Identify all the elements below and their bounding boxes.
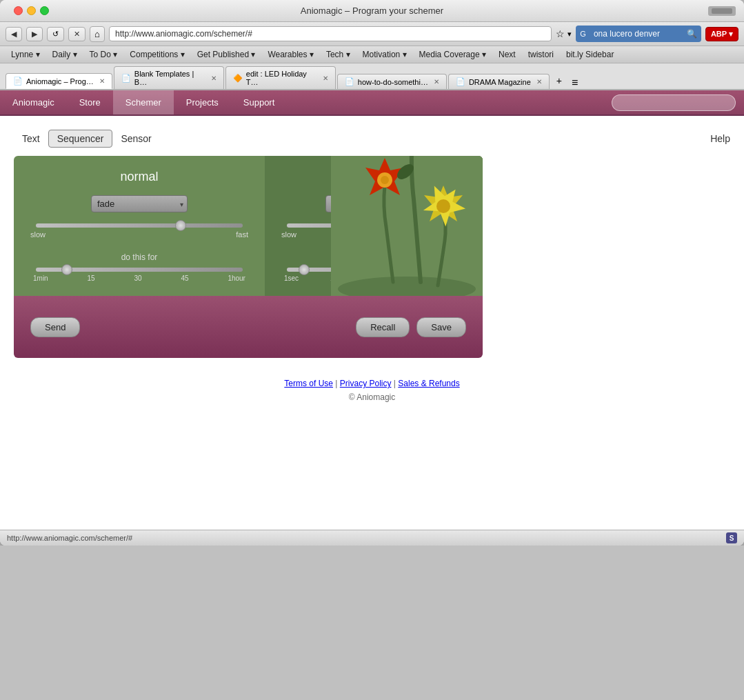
normal-header: normal (30, 170, 248, 184)
tab-close-icon[interactable]: ✕ (99, 77, 105, 85)
maximize-button[interactable] (40, 6, 49, 15)
tab-icon: 📄 (456, 77, 465, 86)
normal-tick-15: 15 (88, 274, 95, 282)
menu-motivation[interactable]: Motivation ▾ (357, 48, 412, 61)
sales-link[interactable]: Sales & Refunds (398, 379, 459, 388)
send-button[interactable]: Send (30, 317, 80, 337)
url-bar[interactable] (109, 26, 552, 41)
normal-speed-thumb[interactable] (175, 220, 186, 231)
tab-blank-templates[interactable]: 📄 Blank Templates | B… ✕ (114, 66, 224, 89)
status-url: http://www.aniomagic.com/schemer/# (7, 534, 132, 542)
flower-svg (331, 156, 483, 296)
minimize-button[interactable] (27, 6, 36, 15)
tab-icon: 🔶 (233, 74, 243, 83)
recall-button[interactable]: Recall (356, 317, 410, 337)
nav-aniomagic[interactable]: Aniomagic (0, 90, 67, 114)
menu-media-coverage[interactable]: Media Coverage ▾ (414, 48, 492, 61)
menu-twistori[interactable]: twistori (523, 48, 559, 61)
menu-lynne[interactable]: Lynne ▾ (6, 48, 46, 61)
menu-competitions[interactable]: Competitions ▾ (124, 48, 190, 61)
normal-tick-1hour: 1hour (228, 274, 245, 282)
menu-daily[interactable]: Daily ▾ (47, 48, 83, 61)
normal-duration-thumb[interactable] (61, 264, 72, 275)
page-footer: Terms of Use | Privacy Policy | Sales & … (14, 358, 730, 423)
star-icon[interactable]: ☆ (556, 28, 565, 39)
close-button[interactable] (14, 6, 23, 15)
tab-close-icon[interactable]: ✕ (434, 78, 439, 86)
tab-how-to[interactable]: 📄 how-to-do-somethi… ✕ (337, 74, 447, 89)
tab-list-icon[interactable]: ≡ (572, 77, 578, 89)
copyright: © Aniomagic (34, 392, 710, 402)
dropdown-icon[interactable]: ▾ (567, 30, 572, 39)
tab-close-icon[interactable]: ✕ (211, 74, 217, 82)
nav-projects[interactable]: Projects (174, 90, 231, 114)
search-input[interactable] (588, 27, 685, 41)
tab-label: how-to-do-somethi… (358, 78, 428, 86)
tab-label: DRAMA Magazine (469, 78, 531, 86)
tab-text[interactable]: Text (14, 130, 48, 147)
new-tab-button[interactable]: + (551, 72, 567, 89)
privacy-link[interactable]: Privacy Policy (340, 379, 392, 388)
tab-close-icon[interactable]: ✕ (323, 74, 328, 82)
back-button[interactable]: ◀ (6, 27, 22, 41)
menu-bitly[interactable]: bit.ly Sidebar (561, 48, 619, 61)
site-search-input[interactable] (612, 94, 736, 111)
menu-todo[interactable]: To Do ▾ (84, 48, 123, 61)
normal-tick-1min: 1min (33, 274, 48, 282)
special-slow-label: slow (281, 230, 296, 239)
tab-label: Aniomagic – Prog… (26, 77, 94, 86)
tab-drama[interactable]: 📄 DRAMA Magazine ✕ (448, 74, 550, 89)
tab-icon: 📄 (345, 77, 354, 86)
close-tab-button[interactable]: ✕ (68, 27, 86, 41)
tab-label: Blank Templates | B… (134, 70, 205, 86)
adblock-button[interactable]: ABP ▾ (705, 27, 738, 41)
normal-duration-label: do this for (30, 252, 248, 262)
normal-tick-30: 30 (134, 274, 141, 282)
normal-duration-slider[interactable] (36, 268, 243, 272)
s-icon: S (726, 532, 737, 543)
tab-sensor[interactable]: Sensor (112, 130, 159, 147)
tab-close-icon[interactable]: ✕ (536, 78, 542, 86)
special-tick-1sec: 1sec (284, 274, 299, 282)
nav-schemer[interactable]: Schemer (113, 90, 174, 114)
nav-store[interactable]: Store (67, 90, 113, 114)
google-icon: G (580, 30, 586, 38)
normal-mode-select-wrapper[interactable]: fade glow pulse flash ▾ (91, 195, 188, 212)
home-button[interactable]: ⌂ (90, 26, 105, 42)
help-link[interactable]: Help (710, 133, 730, 144)
reload-button[interactable]: ↺ (47, 27, 64, 41)
normal-speed-slider[interactable]: slow fast (30, 223, 248, 239)
tab-label: edit : LED Holiday T… (246, 70, 317, 86)
normal-fast-label: fast (236, 230, 248, 239)
menu-tech[interactable]: Tech ▾ (321, 48, 356, 61)
special-duration-thumb[interactable] (299, 264, 310, 275)
svg-point-15 (436, 199, 450, 213)
tab-led-holiday[interactable]: 🔶 edit : LED Holiday T… ✕ (225, 66, 336, 89)
tab-icon: 📄 (121, 74, 131, 83)
search-icon[interactable]: 🔍 (687, 29, 697, 39)
forward-button[interactable]: ▶ (26, 27, 43, 41)
normal-slow-label: slow (30, 230, 46, 239)
tab-sequencer[interactable]: Sequencer (48, 130, 113, 148)
menu-next[interactable]: Next (493, 48, 521, 61)
normal-tick-45: 45 (181, 274, 188, 282)
terms-link[interactable]: Terms of Use (284, 379, 333, 388)
svg-point-12 (381, 176, 389, 184)
save-button[interactable]: Save (416, 317, 466, 337)
nav-support[interactable]: Support (231, 90, 288, 114)
window-title: Aniomagic – Program your schemer (301, 6, 443, 16)
tab-icon: 📄 (13, 77, 23, 86)
normal-mode-select[interactable]: fade glow pulse flash (91, 195, 188, 212)
flower-scene (331, 156, 483, 296)
tab-aniomagic[interactable]: 📄 Aniomagic – Prog… ✕ (6, 73, 112, 89)
menu-get-published[interactable]: Get Published ▾ (192, 48, 261, 61)
menu-wearables[interactable]: Wearables ▾ (262, 48, 319, 61)
